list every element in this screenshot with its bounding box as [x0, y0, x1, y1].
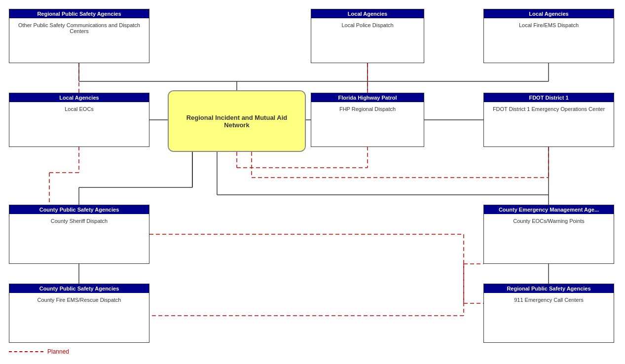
node-local-police-body: Local Police Dispatch [311, 18, 424, 32]
node-fhp: Florida Highway Patrol FHP Regional Disp… [311, 93, 424, 147]
node-fhp-header: Florida Highway Patrol [311, 93, 424, 102]
node-county-fire: County Public Safety Agencies County Fir… [9, 284, 149, 343]
node-fhp-body: FHP Regional Dispatch [311, 102, 424, 116]
node-county-fire-header: County Public Safety Agencies [9, 284, 149, 293]
node-fdot-body: FDOT District 1 Emergency Operations Cen… [484, 102, 614, 116]
node-local-eocs: Local Agencies Local EOCs [9, 93, 149, 147]
node-emergency-call-body: 911 Emergency Call Centers [484, 293, 614, 307]
diagram-container: Regional Public Safety Agencies Other Pu… [0, 0, 625, 364]
legend-label: Planned [47, 348, 69, 355]
node-regional-public-safety-top-header: Regional Public Safety Agencies [9, 9, 149, 18]
node-local-fire-header: Local Agencies [484, 9, 614, 18]
legend-dashed-line [9, 351, 43, 352]
node-emergency-call: Regional Public Safety Agencies 911 Emer… [483, 284, 614, 343]
node-local-fire: Local Agencies Local Fire/EMS Dispatch [483, 9, 614, 63]
node-county-sheriff-header: County Public Safety Agencies [9, 205, 149, 214]
node-county-fire-body: County Fire EMS/Rescue Dispatch [9, 293, 149, 307]
node-fdot-header: FDOT District 1 [484, 93, 614, 102]
node-county-sheriff: County Public Safety Agencies County She… [9, 205, 149, 264]
node-local-fire-body: Local Fire/EMS Dispatch [484, 18, 614, 32]
legend: Planned [9, 348, 69, 355]
node-county-eoc-warning-body: County EOCs/Warning Points [484, 214, 614, 228]
node-local-eocs-body: Local EOCs [9, 102, 149, 116]
node-center: Regional Incident and Mutual Aid Network [168, 90, 306, 152]
node-regional-public-safety-top-body: Other Public Safety Communications and D… [9, 18, 149, 38]
node-county-eoc-warning: County Emergency Management Age... Count… [483, 205, 614, 264]
node-emergency-call-header: Regional Public Safety Agencies [484, 284, 614, 293]
node-local-police-header: Local Agencies [311, 9, 424, 18]
node-county-eoc-warning-header: County Emergency Management Age... [484, 205, 614, 214]
node-local-police: Local Agencies Local Police Dispatch [311, 9, 424, 63]
node-regional-public-safety-top: Regional Public Safety Agencies Other Pu… [9, 9, 149, 63]
node-local-eocs-header: Local Agencies [9, 93, 149, 102]
node-center-body: Regional Incident and Mutual Aid Network [169, 91, 305, 151]
node-fdot: FDOT District 1 FDOT District 1 Emergenc… [483, 93, 614, 147]
node-county-sheriff-body: County Sheriff Dispatch [9, 214, 149, 228]
